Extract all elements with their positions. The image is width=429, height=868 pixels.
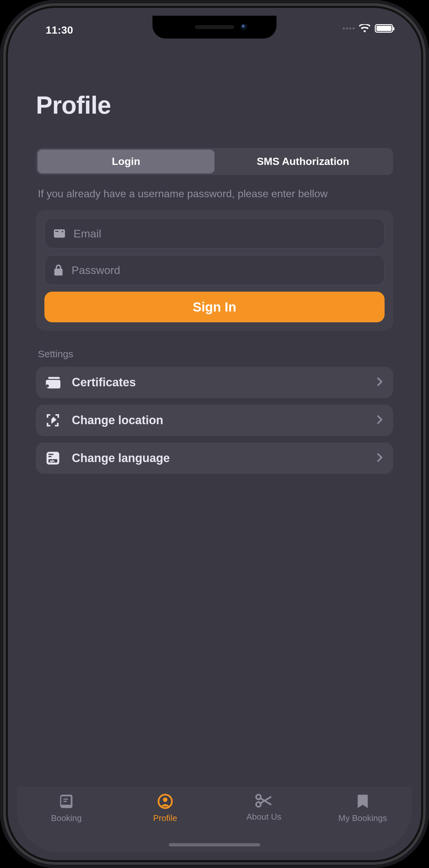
auth-tabs: Login SMS Authorization	[36, 148, 393, 175]
location-icon	[46, 413, 60, 428]
settings-item-certificates[interactable]: Certificates	[36, 367, 393, 398]
settings-item-change-location[interactable]: Change location	[36, 405, 393, 436]
password-field-wrapper[interactable]	[44, 255, 385, 285]
chevron-right-icon	[377, 453, 383, 462]
tab-login[interactable]: Login	[37, 150, 214, 174]
svg-rect-4	[49, 454, 54, 455]
login-hint: If you already have a username password,…	[38, 187, 391, 201]
cellular-dots-icon	[343, 27, 355, 29]
nav-item-label: My Bookings	[338, 813, 387, 823]
nav-item-label: About Us	[246, 812, 281, 822]
nav-item-profile[interactable]: Profile	[116, 794, 215, 823]
settings-item-label: Change location	[72, 413, 366, 427]
wifi-icon	[359, 24, 370, 33]
id-card-icon	[54, 229, 65, 238]
page-title: Profile	[36, 91, 393, 119]
svg-rect-1	[55, 231, 58, 232]
bottom-nav: Booking Profile About Us My Bookings	[17, 787, 412, 852]
svg-rect-5	[49, 456, 52, 457]
chevron-right-icon	[377, 415, 383, 424]
screen: 11:30 Profile Login SMS Authorization If…	[17, 16, 412, 852]
email-field-wrapper[interactable]	[44, 218, 385, 249]
nav-item-booking[interactable]: Booking	[17, 794, 116, 823]
svg-point-2	[62, 231, 63, 232]
scissors-icon	[255, 794, 272, 808]
settings-item-change-language[interactable]: Change language	[36, 442, 393, 474]
phone-frame: 11:30 Profile Login SMS Authorization If…	[0, 0, 429, 868]
settings-heading: Settings	[38, 348, 391, 360]
home-indicator[interactable]	[169, 843, 260, 846]
bookmark-icon	[357, 794, 369, 809]
email-input[interactable]	[73, 227, 375, 240]
profile-icon	[157, 794, 173, 809]
book-icon	[58, 794, 74, 809]
battery-icon	[375, 24, 393, 33]
nav-item-label: Booking	[51, 813, 82, 823]
settings-item-label: Change language	[72, 451, 366, 465]
wallet-icon	[45, 376, 60, 389]
nav-item-about-us[interactable]: About Us	[214, 794, 313, 822]
sign-in-button[interactable]: Sign In	[44, 291, 385, 322]
language-icon	[46, 451, 60, 465]
nav-item-my-bookings[interactable]: My Bookings	[313, 794, 412, 823]
nav-item-label: Profile	[153, 813, 177, 823]
device-notch	[152, 16, 277, 38]
login-card: Sign In	[36, 210, 393, 331]
password-input[interactable]	[71, 264, 375, 277]
tab-sms-authorization[interactable]: SMS Authorization	[214, 150, 392, 174]
svg-point-8	[163, 798, 167, 802]
svg-rect-0	[54, 229, 65, 238]
chevron-right-icon	[377, 377, 383, 386]
status-time: 11:30	[33, 24, 73, 36]
svg-rect-3	[47, 452, 59, 465]
settings-item-label: Certificates	[72, 376, 366, 389]
lock-icon	[54, 265, 63, 276]
